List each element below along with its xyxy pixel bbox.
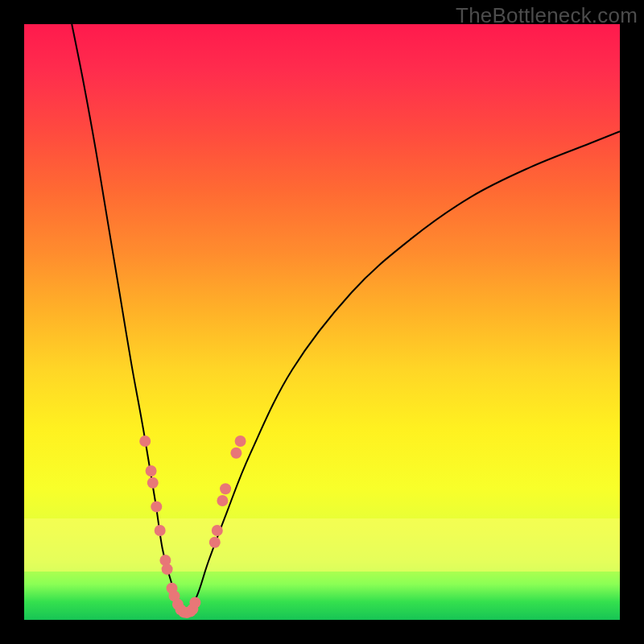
highlight-dot bbox=[209, 537, 221, 548]
highlight-dot bbox=[147, 477, 159, 489]
highlight-dot bbox=[155, 525, 166, 536]
highlight-dot bbox=[230, 448, 242, 459]
highlight-dot bbox=[212, 525, 223, 536]
highlight-dot bbox=[189, 597, 200, 609]
highlight-dot bbox=[162, 564, 173, 575]
highlight-dot bbox=[235, 436, 246, 447]
series-right-branch bbox=[185, 131, 620, 613]
highlight-dot bbox=[220, 483, 231, 494]
highlight-dot bbox=[139, 436, 151, 447]
chart-svg bbox=[24, 24, 620, 620]
highlight-dot bbox=[151, 501, 162, 512]
highlight-dot bbox=[217, 495, 228, 506]
highlight-dot bbox=[146, 465, 157, 477]
plot-area bbox=[24, 24, 620, 620]
highlighted-dots-group bbox=[139, 436, 246, 618]
series-left-branch bbox=[72, 24, 185, 614]
chart-frame: TheBottleneck.com bbox=[0, 0, 644, 644]
